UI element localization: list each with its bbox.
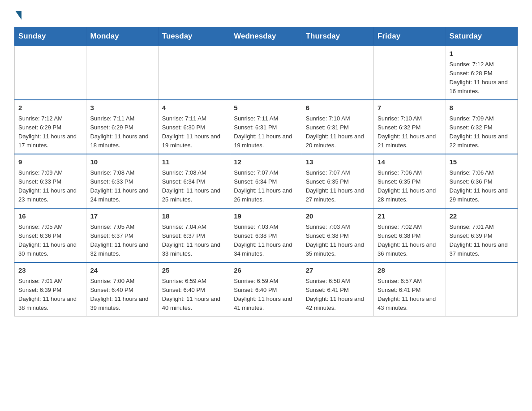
calendar-cell: 10Sunrise: 7:08 AM Sunset: 6:33 PM Dayli… xyxy=(86,154,158,208)
calendar-cell: 14Sunrise: 7:06 AM Sunset: 6:35 PM Dayli… xyxy=(374,154,446,208)
calendar-cell xyxy=(374,46,446,100)
calendar-cell: 22Sunrise: 7:01 AM Sunset: 6:39 PM Dayli… xyxy=(446,208,517,262)
day-number: 11 xyxy=(162,157,226,167)
day-info: Sunrise: 7:06 AM Sunset: 6:36 PM Dayligh… xyxy=(450,168,514,205)
calendar-cell: 23Sunrise: 7:01 AM Sunset: 6:39 PM Dayli… xyxy=(15,262,86,317)
day-info: Sunrise: 7:08 AM Sunset: 6:34 PM Dayligh… xyxy=(162,168,226,205)
day-number: 26 xyxy=(234,265,298,276)
calendar-cell: 2Sunrise: 7:12 AM Sunset: 6:29 PM Daylig… xyxy=(15,100,86,154)
day-info: Sunrise: 7:03 AM Sunset: 6:38 PM Dayligh… xyxy=(234,223,298,259)
page-header xyxy=(14,11,518,20)
calendar-cell: 16Sunrise: 7:05 AM Sunset: 6:36 PM Dayli… xyxy=(15,208,86,262)
day-number: 4 xyxy=(162,103,226,113)
day-info: Sunrise: 7:12 AM Sunset: 6:29 PM Dayligh… xyxy=(18,114,82,150)
calendar-week-row: 9Sunrise: 7:09 AM Sunset: 6:33 PM Daylig… xyxy=(15,154,518,208)
day-of-week-header: Sunday xyxy=(15,27,86,46)
logo xyxy=(14,11,21,20)
calendar-cell: 27Sunrise: 6:58 AM Sunset: 6:41 PM Dayli… xyxy=(302,262,373,317)
calendar-week-row: 16Sunrise: 7:05 AM Sunset: 6:36 PM Dayli… xyxy=(15,208,518,262)
calendar-cell: 8Sunrise: 7:09 AM Sunset: 6:32 PM Daylig… xyxy=(446,100,517,154)
day-number: 3 xyxy=(90,103,154,113)
day-number: 22 xyxy=(450,211,514,222)
calendar-cell: 7Sunrise: 7:10 AM Sunset: 6:32 PM Daylig… xyxy=(374,100,446,154)
day-info: Sunrise: 7:01 AM Sunset: 6:39 PM Dayligh… xyxy=(18,277,82,313)
day-info: Sunrise: 6:59 AM Sunset: 6:40 PM Dayligh… xyxy=(162,277,226,313)
day-of-week-header: Thursday xyxy=(302,27,373,46)
calendar-cell: 11Sunrise: 7:08 AM Sunset: 6:34 PM Dayli… xyxy=(158,154,230,208)
day-info: Sunrise: 7:07 AM Sunset: 6:34 PM Dayligh… xyxy=(234,168,298,205)
day-info: Sunrise: 7:02 AM Sunset: 6:38 PM Dayligh… xyxy=(378,223,442,259)
day-number: 20 xyxy=(306,211,370,222)
day-of-week-header: Wednesday xyxy=(230,27,302,46)
day-number: 14 xyxy=(378,157,442,167)
calendar-header-row: SundayMondayTuesdayWednesdayThursdayFrid… xyxy=(15,27,518,46)
calendar-week-row: 1Sunrise: 7:12 AM Sunset: 6:28 PM Daylig… xyxy=(15,46,518,100)
calendar-cell xyxy=(86,46,158,100)
day-info: Sunrise: 7:05 AM Sunset: 6:37 PM Dayligh… xyxy=(90,223,154,259)
day-number: 2 xyxy=(18,103,82,113)
calendar-cell: 6Sunrise: 7:10 AM Sunset: 6:31 PM Daylig… xyxy=(302,100,373,154)
day-number: 9 xyxy=(18,157,82,167)
calendar-week-row: 2Sunrise: 7:12 AM Sunset: 6:29 PM Daylig… xyxy=(15,100,518,154)
day-info: Sunrise: 7:10 AM Sunset: 6:31 PM Dayligh… xyxy=(306,114,370,150)
calendar-cell: 21Sunrise: 7:02 AM Sunset: 6:38 PM Dayli… xyxy=(374,208,446,262)
calendar-cell: 25Sunrise: 6:59 AM Sunset: 6:40 PM Dayli… xyxy=(158,262,230,317)
calendar-cell: 3Sunrise: 7:11 AM Sunset: 6:29 PM Daylig… xyxy=(86,100,158,154)
day-number: 15 xyxy=(450,157,514,167)
day-info: Sunrise: 7:04 AM Sunset: 6:37 PM Dayligh… xyxy=(162,223,226,259)
calendar-cell: 20Sunrise: 7:03 AM Sunset: 6:38 PM Dayli… xyxy=(302,208,373,262)
day-number: 19 xyxy=(234,211,298,222)
day-of-week-header: Friday xyxy=(374,27,446,46)
day-info: Sunrise: 7:05 AM Sunset: 6:36 PM Dayligh… xyxy=(18,223,82,259)
calendar-cell xyxy=(302,46,373,100)
calendar-cell: 28Sunrise: 6:57 AM Sunset: 6:41 PM Dayli… xyxy=(374,262,446,317)
day-info: Sunrise: 7:07 AM Sunset: 6:35 PM Dayligh… xyxy=(306,168,370,205)
calendar-cell: 17Sunrise: 7:05 AM Sunset: 6:37 PM Dayli… xyxy=(86,208,158,262)
calendar-cell: 26Sunrise: 6:59 AM Sunset: 6:40 PM Dayli… xyxy=(230,262,302,317)
day-of-week-header: Monday xyxy=(86,27,158,46)
calendar-cell xyxy=(15,46,86,100)
calendar-cell xyxy=(158,46,230,100)
logo-triangle-icon xyxy=(15,11,21,20)
calendar-cell: 13Sunrise: 7:07 AM Sunset: 6:35 PM Dayli… xyxy=(302,154,373,208)
calendar-cell: 5Sunrise: 7:11 AM Sunset: 6:31 PM Daylig… xyxy=(230,100,302,154)
day-number: 27 xyxy=(306,265,370,276)
day-info: Sunrise: 7:09 AM Sunset: 6:33 PM Dayligh… xyxy=(18,168,82,205)
day-number: 13 xyxy=(306,157,370,167)
day-info: Sunrise: 7:09 AM Sunset: 6:32 PM Dayligh… xyxy=(450,114,514,150)
day-number: 8 xyxy=(450,103,514,113)
day-number: 17 xyxy=(90,211,154,222)
day-number: 5 xyxy=(234,103,298,113)
day-number: 18 xyxy=(162,211,226,222)
day-number: 1 xyxy=(450,49,514,59)
calendar-cell: 12Sunrise: 7:07 AM Sunset: 6:34 PM Dayli… xyxy=(230,154,302,208)
calendar-cell: 9Sunrise: 7:09 AM Sunset: 6:33 PM Daylig… xyxy=(15,154,86,208)
calendar-cell: 1Sunrise: 7:12 AM Sunset: 6:28 PM Daylig… xyxy=(446,46,517,100)
calendar-cell: 15Sunrise: 7:06 AM Sunset: 6:36 PM Dayli… xyxy=(446,154,517,208)
day-of-week-header: Saturday xyxy=(446,27,517,46)
calendar-cell: 18Sunrise: 7:04 AM Sunset: 6:37 PM Dayli… xyxy=(158,208,230,262)
day-number: 21 xyxy=(378,211,442,222)
day-info: Sunrise: 7:08 AM Sunset: 6:33 PM Dayligh… xyxy=(90,168,154,205)
day-info: Sunrise: 6:59 AM Sunset: 6:40 PM Dayligh… xyxy=(234,277,298,313)
calendar-cell: 4Sunrise: 7:11 AM Sunset: 6:30 PM Daylig… xyxy=(158,100,230,154)
calendar-cell xyxy=(446,262,517,317)
day-info: Sunrise: 7:06 AM Sunset: 6:35 PM Dayligh… xyxy=(378,168,442,205)
day-number: 23 xyxy=(18,265,82,276)
calendar-week-row: 23Sunrise: 7:01 AM Sunset: 6:39 PM Dayli… xyxy=(15,262,518,317)
day-info: Sunrise: 7:11 AM Sunset: 6:30 PM Dayligh… xyxy=(162,114,226,150)
day-info: Sunrise: 7:11 AM Sunset: 6:31 PM Dayligh… xyxy=(234,114,298,150)
calendar-cell xyxy=(230,46,302,100)
day-number: 7 xyxy=(378,103,442,113)
day-number: 10 xyxy=(90,157,154,167)
day-info: Sunrise: 7:00 AM Sunset: 6:40 PM Dayligh… xyxy=(90,277,154,313)
day-info: Sunrise: 7:11 AM Sunset: 6:29 PM Dayligh… xyxy=(90,114,154,150)
day-info: Sunrise: 6:57 AM Sunset: 6:41 PM Dayligh… xyxy=(378,277,442,313)
day-number: 24 xyxy=(90,265,154,276)
day-info: Sunrise: 7:10 AM Sunset: 6:32 PM Dayligh… xyxy=(378,114,442,150)
day-info: Sunrise: 7:03 AM Sunset: 6:38 PM Dayligh… xyxy=(306,223,370,259)
calendar-table: SundayMondayTuesdayWednesdayThursdayFrid… xyxy=(14,27,518,317)
day-number: 6 xyxy=(306,103,370,113)
day-info: Sunrise: 7:01 AM Sunset: 6:39 PM Dayligh… xyxy=(450,223,514,259)
calendar-cell: 24Sunrise: 7:00 AM Sunset: 6:40 PM Dayli… xyxy=(86,262,158,317)
